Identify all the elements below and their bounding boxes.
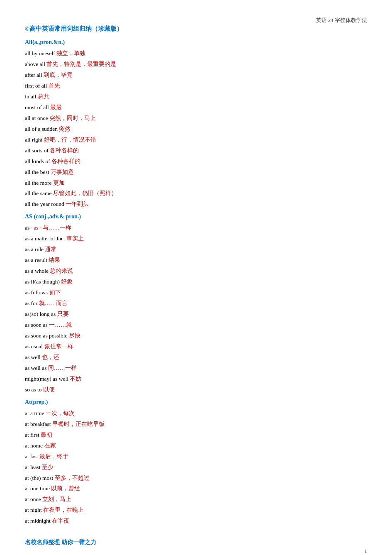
entry-en: in all	[25, 93, 38, 100]
entry: as if(as though) 好象	[25, 277, 367, 287]
entry-zh: 事实上	[66, 235, 84, 242]
entry-en: at a time	[25, 410, 46, 416]
entry: all the best 万事如意	[25, 167, 367, 178]
entry: at one time 以前，曾经	[25, 484, 367, 494]
entry-en: as	[25, 225, 29, 231]
entry-zh: 也，还	[42, 354, 59, 360]
entry-en: at breakfast	[25, 421, 52, 427]
entry: at a time 一次，每次	[25, 408, 367, 419]
entry: at home 在家	[25, 441, 367, 451]
entry-zh: 至少	[42, 464, 54, 470]
entry: as soon as possible 尽快	[25, 331, 367, 341]
entry-zh: 到底，毕竟	[44, 72, 73, 78]
entry-en: as follows	[25, 289, 49, 296]
entry: all at once 突然，同时，马上	[25, 113, 367, 124]
entry-zh: 早餐时，正在吃早饭	[52, 421, 105, 427]
entry-en: above all	[25, 61, 46, 67]
entry-zh: 首先	[49, 83, 60, 89]
section-header-all: All(a.,pron.&n.)	[25, 37, 367, 48]
entry-en: as soon as possible	[25, 333, 69, 339]
entry-en: as if(as though)	[25, 279, 61, 285]
entry-zh: 万事如意	[51, 169, 74, 175]
entry-zh: 一……就	[49, 322, 72, 328]
entry-zh: 通常	[45, 246, 56, 252]
entry-zh: 独立，单独	[56, 50, 85, 56]
entry-zh: 就……而言	[39, 300, 68, 306]
entry-en: at (the) most	[25, 475, 55, 481]
entry: at midnight 在半夜	[25, 516, 367, 526]
entry-zh: 以便	[43, 386, 55, 393]
entry-zh: 总共	[38, 93, 49, 100]
main-title: ©高中英语常用词组归纳（珍藏版）	[25, 25, 367, 33]
entry-en: at first	[25, 432, 41, 438]
entry: as follows 如下	[25, 288, 367, 298]
entry-zh: ···as···与……一样	[29, 225, 71, 231]
entry-zh: 一次，每次	[46, 410, 75, 416]
entry: as soon as 一……就	[25, 320, 367, 330]
entry: at once 立刻，马上	[25, 494, 367, 505]
entry-en: all sorts of	[25, 147, 50, 154]
entry-zh: 尽快	[69, 333, 80, 339]
entry-en: as well	[25, 354, 42, 360]
entry: as usual 象往常一样	[25, 342, 367, 352]
entry-zh: 只要	[57, 311, 69, 317]
entry-en: at home	[25, 443, 44, 449]
entry-zh: 一年到头	[66, 201, 89, 207]
entry: might(may) as well 不妨	[25, 374, 367, 384]
entry-en: at last	[25, 453, 39, 460]
entry: as(so) long as 只要	[25, 309, 367, 320]
entry-en: as usual	[25, 343, 44, 350]
entry-en: all at once	[25, 115, 49, 121]
top-right-label: 英语 24 字整体教学法	[316, 17, 368, 24]
entry: at (the) most 至多，不超过	[25, 473, 367, 484]
entry: all the same 尽管如此，仍旧（照样）	[25, 188, 367, 199]
entry: in all 总共	[25, 92, 367, 102]
entry: all kinds of 各种各样的	[25, 156, 367, 167]
entry-zh: 好象	[61, 279, 73, 285]
entry: as a matter of fact 事实上	[25, 234, 367, 244]
entry: at breakfast 早餐时，正在吃早饭	[25, 419, 367, 430]
entry-zh: 以前，曾经	[51, 485, 80, 491]
entry-zh: 立刻，马上	[42, 496, 71, 502]
entry: above all 首先，特别是，最重要的是	[25, 59, 367, 70]
entry: as well as 同……一样	[25, 363, 367, 374]
entry: at least 至少	[25, 462, 367, 473]
entry: as well 也，还	[25, 352, 367, 363]
entry: all right 好吧，行，情况不错	[25, 135, 367, 145]
entry-en: as soon as	[25, 322, 49, 328]
entry-zh: 至多，不超过	[55, 475, 90, 481]
entry-zh: 好吧，行，情况不错	[44, 137, 96, 143]
entry-en: all the same	[25, 190, 53, 196]
entry: all the more 更加	[25, 178, 367, 188]
entry-en: as well as	[25, 365, 48, 371]
entry-en: at once	[25, 496, 42, 502]
entry: most of all 最最	[25, 103, 367, 113]
entry-en: as a result	[25, 257, 49, 263]
entry-zh: 突然，同时，马上	[49, 115, 96, 121]
entry-zh: 总的来说	[50, 268, 73, 274]
entry-en: first of all	[25, 83, 49, 89]
entry-en: all kinds of	[25, 158, 51, 164]
entry-zh: 各种各样的	[51, 158, 80, 164]
entry-en: at midnight	[25, 518, 52, 524]
entry-en: at night	[25, 507, 43, 513]
entry: all by oneself 独立，单独	[25, 49, 367, 59]
entry: as a whole 总的来说	[25, 266, 367, 276]
entry-en: might(may) as well	[25, 376, 70, 382]
entry-en: after all	[25, 72, 44, 78]
entry-zh: 不妨	[70, 376, 81, 382]
entry-zh: 各种各样的	[50, 147, 79, 154]
entry-zh: 最初	[41, 432, 52, 438]
entry-zh: 在半夜	[52, 518, 69, 524]
entry: at night 在夜里，在晚上	[25, 505, 367, 516]
entry-zh: 首先，特别是，最重要的是	[46, 61, 116, 67]
content-area: All(a.,pron.&n.)all by oneself 独立，单独abov…	[25, 37, 367, 526]
entry-zh: 最后，终于	[39, 453, 68, 460]
entry-en: all right	[25, 137, 44, 143]
footer-text: 名校名师整理 助你一臂之力	[25, 539, 367, 546]
entry-zh: 更加	[53, 180, 65, 186]
entry-en: most of all	[25, 104, 50, 110]
entry-zh: 突然	[59, 126, 71, 132]
entry: as···as···与……一样	[25, 223, 367, 233]
entry-zh: 在家	[44, 443, 56, 449]
